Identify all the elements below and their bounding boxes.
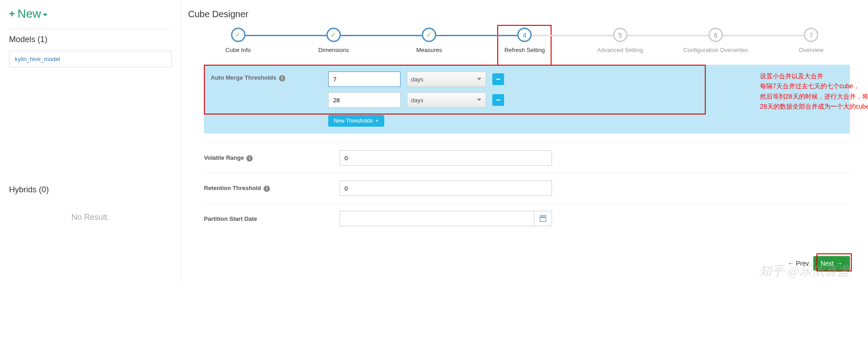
volatile-range-label: Volatile Range bbox=[204, 154, 244, 161]
volatile-range-row: Volatile Range i bbox=[204, 143, 850, 173]
check-icon: ✓ bbox=[231, 28, 245, 42]
step-label: Advanced Setting bbox=[597, 47, 643, 53]
threshold-unit-select[interactable]: days bbox=[407, 71, 486, 87]
retention-threshold-row: Retention Threshold i bbox=[204, 173, 850, 203]
plus-icon: + bbox=[375, 118, 378, 124]
annotation-text: 设置小合并以及大合并 每隔7天合并过去七天的七个cube， 然后等到28天的时候… bbox=[760, 71, 868, 112]
page-title: Cube Designer bbox=[181, 9, 868, 19]
remove-threshold-button[interactable]: − bbox=[492, 94, 504, 106]
add-threshold-button[interactable]: New Thresholds + bbox=[328, 115, 384, 127]
threshold-unit-select[interactable]: days bbox=[407, 92, 486, 108]
hybrids-heading: Hybrids (0) bbox=[9, 185, 172, 195]
auto-merge-label: Auto Merge Thresholds i bbox=[211, 71, 315, 127]
retention-threshold-input[interactable] bbox=[340, 181, 552, 196]
step-number: 5 bbox=[613, 28, 627, 42]
step-label: Cube Info bbox=[225, 47, 250, 53]
no-result-text: No Result. bbox=[9, 213, 172, 222]
step-refresh-setting[interactable]: 4 Refresh Setting bbox=[477, 28, 572, 53]
calendar-icon bbox=[540, 215, 546, 222]
step-advanced-setting[interactable]: 5 Advanced Setting bbox=[572, 28, 668, 53]
new-button[interactable]: + New bbox=[9, 7, 47, 21]
step-number: 6 bbox=[708, 28, 723, 42]
new-label: New bbox=[18, 7, 41, 21]
threshold-value-input[interactable] bbox=[328, 71, 401, 87]
step-dimensions[interactable]: ✓ Dimensions bbox=[286, 28, 381, 53]
partition-start-date-row: Partition Start Date bbox=[204, 203, 850, 233]
step-label: Measures bbox=[416, 47, 442, 53]
arrow-left-icon: ← bbox=[788, 260, 794, 267]
partition-start-date-input[interactable] bbox=[340, 211, 534, 226]
info-icon[interactable]: i bbox=[279, 75, 285, 81]
step-config-overwrites[interactable]: 6 Configuration Overwrites bbox=[668, 28, 763, 53]
wizard-stepper: ✓ Cube Info ✓ Dimensions ✓ Measures 4 Re… bbox=[181, 28, 868, 53]
model-link[interactable]: kylin_hive_model bbox=[9, 51, 172, 67]
step-number: 7 bbox=[804, 28, 818, 42]
threshold-value-input[interactable] bbox=[328, 92, 401, 108]
plus-icon: + bbox=[9, 8, 15, 20]
retention-threshold-label: Retention Threshold bbox=[204, 185, 261, 191]
prev-button[interactable]: ← Prev bbox=[788, 260, 809, 267]
step-label: Dimensions bbox=[318, 47, 349, 53]
calendar-button[interactable] bbox=[534, 211, 552, 226]
info-icon[interactable]: i bbox=[246, 155, 253, 162]
models-heading: Models (1) bbox=[9, 35, 172, 44]
step-label: Overview bbox=[799, 47, 823, 53]
step-overview[interactable]: 7 Overview bbox=[764, 28, 859, 53]
remove-threshold-button[interactable]: − bbox=[492, 73, 504, 85]
info-icon[interactable]: i bbox=[264, 186, 270, 192]
auto-merge-section: Auto Merge Thresholds i days − bbox=[204, 65, 850, 133]
step-cube-info[interactable]: ✓ Cube Info bbox=[190, 28, 286, 53]
check-icon: ✓ bbox=[326, 28, 341, 42]
volatile-range-input[interactable] bbox=[340, 150, 552, 166]
partition-start-date-label: Partition Start Date bbox=[204, 215, 340, 222]
check-icon: ✓ bbox=[422, 28, 436, 42]
step-measures[interactable]: ✓ Measures bbox=[382, 28, 477, 53]
next-button[interactable]: Next → bbox=[813, 256, 850, 271]
step-label: Configuration Overwrites bbox=[684, 47, 748, 53]
arrow-right-icon: → bbox=[836, 260, 843, 267]
caret-down-icon bbox=[43, 14, 47, 16]
